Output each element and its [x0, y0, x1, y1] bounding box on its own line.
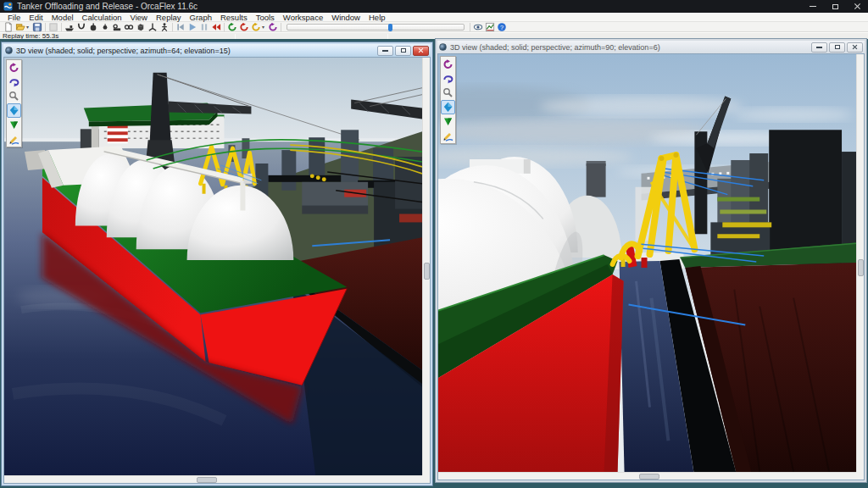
- replay-purple-icon[interactable]: [267, 22, 279, 32]
- rewind-icon[interactable]: [210, 22, 222, 32]
- replay-time-slider[interactable]: [287, 24, 465, 30]
- menu-graph[interactable]: Graph: [186, 13, 216, 22]
- right-vscroll-thumb[interactable]: [858, 259, 864, 276]
- menu-model[interactable]: Model: [47, 13, 78, 22]
- buoy-3d-icon[interactable]: [99, 22, 111, 32]
- svg-text:?: ?: [500, 23, 504, 30]
- shaded-graphics-icon[interactable]: [7, 103, 21, 118]
- reset-red-icon[interactable]: [238, 22, 250, 32]
- right-close-icon[interactable]: [847, 42, 863, 53]
- edit-icon[interactable]: [441, 129, 455, 143]
- reset-green-icon[interactable]: [226, 22, 238, 32]
- rotate-icon[interactable]: [7, 60, 21, 75]
- menu-edit[interactable]: Edit: [25, 13, 47, 22]
- left-hscroll-thumb[interactable]: [197, 477, 217, 483]
- pause-icon[interactable]: [198, 22, 210, 32]
- right-hscroll-thumb[interactable]: [639, 474, 659, 480]
- left-3d-viewport[interactable]: [4, 58, 422, 475]
- left-minimize-icon[interactable]: [377, 46, 393, 56]
- right-window-title: 3D view (shaded; solid; perspective; azi…: [450, 43, 811, 52]
- view-window-right: 3D view (shaded; solid; perspective; azi…: [435, 38, 867, 483]
- view-direction-icon[interactable]: [441, 114, 455, 129]
- right-window-titlebar[interactable]: 3D view (shaded; solid; perspective; azi…: [437, 41, 865, 53]
- menu-tools[interactable]: Tools: [252, 13, 279, 22]
- play-icon[interactable]: [186, 22, 198, 32]
- winch-icon[interactable]: [111, 22, 123, 32]
- menu-view[interactable]: View: [126, 13, 152, 22]
- spin-icon[interactable]: [441, 71, 455, 86]
- orcaflex-app: Tanker Offloading and Release - OrcaFlex…: [0, 0, 868, 488]
- app-titlebar[interactable]: Tanker Offloading and Release - OrcaFlex…: [0, 0, 868, 13]
- view-3d-icon: [439, 43, 447, 51]
- left-scene-svg: [4, 58, 422, 475]
- copy-view-icon[interactable]: [47, 22, 59, 32]
- left-view-content: [3, 57, 431, 484]
- left-close-icon[interactable]: [413, 46, 429, 56]
- menu-help[interactable]: Help: [364, 13, 390, 22]
- menu-workspace[interactable]: Workspace: [279, 13, 327, 22]
- left-window-titlebar[interactable]: 3D view (shaded; solid; perspective; azi…: [3, 44, 431, 57]
- view-direction-icon[interactable]: [7, 118, 21, 132]
- app-maximize-icon[interactable]: [824, 0, 846, 13]
- spin-icon[interactable]: [7, 75, 21, 89]
- right-vertical-scrollbar[interactable]: [856, 54, 864, 472]
- right-3d-viewport[interactable]: [438, 54, 856, 472]
- right-restore-icon[interactable]: [829, 42, 845, 53]
- new-file-icon[interactable]: [3, 22, 14, 32]
- left-vscroll-thumb[interactable]: [424, 263, 430, 280]
- main-toolbar: ▾: [0, 22, 868, 32]
- zoom-icon[interactable]: [441, 86, 455, 100]
- menu-replay[interactable]: Replay: [152, 13, 186, 22]
- help-icon[interactable]: ?: [496, 22, 508, 32]
- right-horizontal-scrollbar[interactable]: [438, 472, 856, 480]
- right-minimize-icon[interactable]: [811, 42, 827, 53]
- right-view-toolbar: [440, 56, 456, 144]
- menubar: File Edit Model Calculation View Replay …: [0, 13, 868, 22]
- eye-icon[interactable]: [472, 22, 484, 32]
- app-minimize-icon[interactable]: [802, 0, 824, 13]
- view-window-left: 3D view (shaded; solid; perspective; azi…: [1, 42, 433, 486]
- mdi-area: 3D view (shaded; solid; perspective; azi…: [0, 39, 868, 488]
- menu-file[interactable]: File: [3, 13, 25, 22]
- open-file-icon[interactable]: [14, 22, 26, 32]
- left-horizontal-scrollbar[interactable]: [4, 475, 422, 483]
- left-view-toolbar: [6, 59, 22, 147]
- rotate-icon[interactable]: [441, 57, 455, 71]
- right-view-content: [437, 53, 865, 480]
- view-3d-icon: [5, 47, 13, 54]
- link-icon[interactable]: [123, 22, 135, 32]
- app-icon: [3, 2, 13, 11]
- left-vertical-scrollbar[interactable]: [422, 58, 430, 475]
- app-close-icon[interactable]: [846, 0, 868, 13]
- scrollbar-corner: [422, 475, 430, 483]
- shaded-graphics-icon[interactable]: [441, 100, 455, 114]
- menu-results[interactable]: Results: [216, 13, 252, 22]
- buoy-6d-icon[interactable]: [87, 22, 99, 32]
- shape-icon[interactable]: [135, 22, 147, 32]
- menu-window[interactable]: Window: [327, 13, 364, 22]
- line-icon[interactable]: [75, 22, 87, 32]
- edit-icon[interactable]: [7, 132, 21, 147]
- constraint-icon[interactable]: [147, 22, 159, 32]
- save-icon[interactable]: [31, 22, 43, 32]
- menu-calculation[interactable]: Calculation: [78, 13, 126, 22]
- replay-yellow-icon[interactable]: [250, 22, 262, 32]
- app-title: Tanker Offloading and Release - OrcaFlex…: [17, 2, 802, 11]
- scrollbar-corner: [856, 472, 864, 480]
- graphs-icon[interactable]: [484, 22, 496, 32]
- left-restore-icon[interactable]: [395, 46, 411, 56]
- human-icon[interactable]: [159, 22, 170, 32]
- vessel-icon[interactable]: [64, 22, 75, 32]
- left-window-title: 3D view (shaded; solid; perspective; azi…: [16, 47, 377, 55]
- right-scene-svg: [438, 54, 856, 472]
- go-to-start-icon[interactable]: [175, 22, 186, 32]
- replay-slider-thumb[interactable]: [388, 24, 392, 31]
- zoom-icon[interactable]: [7, 89, 21, 103]
